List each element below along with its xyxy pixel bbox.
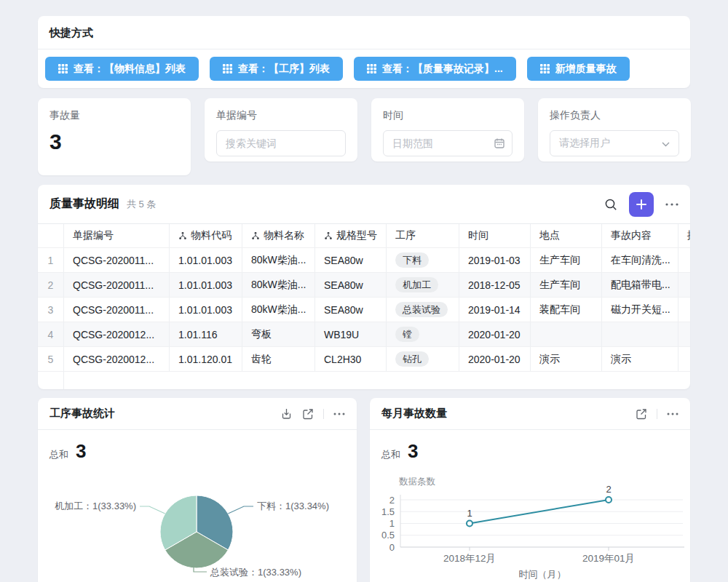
cell-place: 生产车间	[531, 273, 602, 297]
column-header-8: 事故内容	[602, 224, 678, 247]
table-row-5[interactable]: 5 QCSG-2020012... 1.01.120.01 齿轮 CL2H30 …	[38, 347, 690, 372]
cell-place	[531, 322, 602, 346]
monthly-chart-title: 每月事故数量	[381, 407, 447, 420]
operator-label: 操作负责人	[550, 109, 679, 122]
cell-spec-model: CL2H30	[315, 347, 387, 371]
shortcut-button-0[interactable]: 查看：【物料信息】列表	[45, 57, 199, 81]
cell-place: 生产车间	[531, 248, 602, 272]
process-pie-chart: 下料：1(33.34%) 机加工：1(33.33%) 总装试验：1(33.33%…	[38, 463, 357, 582]
pie-label-jijiagong: 机加工：1(33.33%)	[55, 501, 136, 511]
cell-process: 总装试验	[387, 298, 459, 322]
cell-process: 钻孔	[387, 347, 459, 371]
process-tag: 镗	[395, 327, 419, 343]
ellipsis-icon	[667, 412, 678, 415]
data-point[interactable]	[606, 497, 612, 503]
open-monthly-chart-button[interactable]	[636, 408, 647, 420]
incident-count-card: 事故量 3	[38, 98, 191, 175]
cell-place: 装配车间	[531, 298, 602, 322]
detail-table: 单据编号物料代码物料名称规格型号工序时间地点事故内容操作负责人 1 QCSG-2…	[38, 223, 690, 389]
y-tick-label: 1	[389, 518, 395, 529]
process-tag: 总装试验	[395, 302, 448, 318]
column-header-6: 时间	[459, 224, 531, 247]
shortcut-button-1[interactable]: 查看：【工序】列表	[210, 57, 343, 81]
process-chart-card: 工序事故统计	[38, 398, 357, 582]
open-in-new-icon	[636, 408, 647, 420]
calendar-icon[interactable]	[494, 137, 505, 149]
download-icon	[280, 407, 293, 420]
cell-process: 下料	[387, 248, 459, 272]
row-number: 2	[38, 273, 64, 297]
cell-operator	[678, 298, 690, 322]
shortcut-button-label: 查看：【工序】列表	[238, 63, 330, 76]
linked-field-icon	[324, 231, 333, 240]
doc-number-input[interactable]	[216, 130, 346, 156]
shortcut-button-2[interactable]: 查看：【质量事故记录】...	[354, 57, 516, 81]
table-empty-strip	[38, 372, 690, 389]
operator-select[interactable]: 请选择用户	[550, 130, 679, 156]
column-header-5: 工序	[387, 224, 459, 247]
detail-table-card: 质量事故明细 共 5 条	[38, 185, 690, 389]
y-axis-title: 数据条数	[399, 477, 436, 487]
row-number: 1	[38, 248, 64, 272]
process-tag: 机加工	[395, 277, 438, 293]
table-row-1[interactable]: 1 QCSG-2020011... 1.01.01.003 80kW柴油... …	[38, 248, 690, 273]
charts-row: 工序事故统计	[38, 398, 690, 582]
column-header-7: 地点	[531, 224, 602, 247]
shortcuts-card: 快捷方式 查看：【物料信息】列表查看：【工序】列表查看：【质量事故记录】...新…	[38, 16, 690, 88]
shortcut-buttons: 查看：【物料信息】列表查看：【工序】列表查看：【质量事故记录】...新增质量事故	[38, 49, 690, 88]
column-header-0	[38, 224, 64, 247]
table-row-4[interactable]: 4 QCSG-2020012... 1.01.116 弯板 WB19U 镗 20…	[38, 322, 690, 347]
column-header-4: 规格型号	[315, 224, 387, 247]
pie-leader-line	[228, 506, 253, 514]
cell-date: 2019-01-03	[459, 248, 531, 272]
data-point[interactable]	[467, 521, 472, 527]
pie-sum-label: 总和	[50, 448, 68, 461]
shortcut-button-label: 新增质量事故	[555, 63, 617, 76]
process-chart-title: 工序事故统计	[50, 407, 115, 420]
row-number: 4	[38, 322, 64, 346]
time-label: 时间	[383, 109, 513, 122]
cell-content	[602, 322, 678, 346]
cell-material-name: 弯板	[242, 322, 315, 346]
monthly-chart-card: 每月事故数量	[370, 398, 690, 582]
y-tick-label: 2	[389, 495, 395, 506]
cell-content: 磁力开关短...	[602, 298, 678, 322]
cell-doc-number: QCSG-2020012...	[64, 322, 170, 346]
cell-spec-model: SEA80w	[315, 273, 387, 297]
linked-field-icon	[251, 231, 260, 240]
plus-icon	[636, 199, 646, 210]
export-chart-button[interactable]	[280, 407, 293, 420]
cell-date: 2020-01-20	[459, 322, 531, 346]
open-chart-button[interactable]	[302, 408, 314, 420]
cell-content: 演示	[602, 347, 678, 371]
column-header-2: 物料代码	[170, 224, 242, 247]
table-more-button[interactable]	[665, 203, 678, 206]
cell-doc-number: QCSG-2020011...	[64, 298, 170, 322]
monthly-chart-more-button[interactable]	[667, 412, 678, 415]
ellipsis-icon	[333, 412, 345, 415]
cell-material-code: 1.01.01.003	[170, 273, 242, 297]
line-sum-label: 总和	[381, 448, 400, 461]
cell-operator	[678, 347, 690, 371]
data-point-label: 2	[606, 484, 611, 495]
process-chart-more-button[interactable]	[333, 412, 345, 415]
pie-label-xialiao: 下料：1(33.34%)	[257, 501, 329, 511]
cell-operator	[678, 322, 690, 346]
grid-icon	[58, 64, 68, 73]
shortcut-button-3[interactable]: 新增质量事故	[527, 57, 630, 81]
doc-number-filter-card: 单据编号	[205, 98, 357, 162]
row-number: 3	[38, 298, 64, 322]
process-tag: 钻孔	[395, 351, 429, 367]
ellipsis-icon	[665, 203, 678, 206]
grid-icon	[367, 64, 376, 73]
table-row-2[interactable]: 2 QCSG-2020011... 1.01.01.003 80kW柴油... …	[38, 273, 690, 298]
process-tag: 下料	[395, 252, 429, 268]
add-record-button[interactable]	[629, 192, 654, 217]
cell-process: 机加工	[387, 273, 459, 297]
table-row-3[interactable]: 3 QCSG-2020011... 1.01.01.003 80kW柴油... …	[38, 298, 690, 322]
column-header-3: 物料名称	[242, 224, 315, 247]
search-button[interactable]	[604, 198, 617, 211]
filter-row: 事故量 3 单据编号 时间	[38, 98, 690, 175]
cell-material-code: 1.01.120.01	[170, 347, 242, 371]
icon-divider	[657, 409, 657, 419]
